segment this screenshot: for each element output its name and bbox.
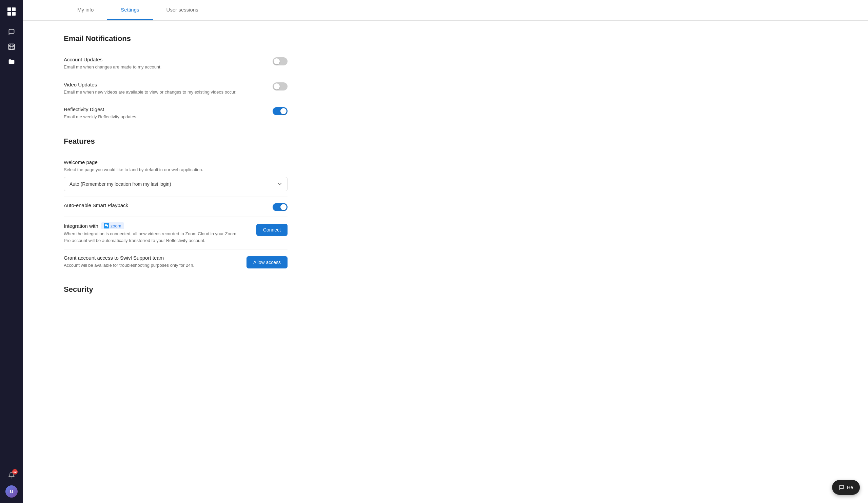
avatar[interactable]: U bbox=[6, 485, 18, 497]
sidebar-item-chat[interactable] bbox=[6, 26, 18, 38]
zoom-description: When the integration is connected, all n… bbox=[64, 230, 243, 244]
zoom-label: Integration with zoom bbox=[64, 222, 243, 229]
sidebar-item-folder[interactable] bbox=[6, 55, 18, 68]
main-content: My info Settings User sessions Email Not… bbox=[23, 0, 868, 503]
svg-marker-9 bbox=[107, 224, 108, 227]
zoom-badge: zoom bbox=[101, 222, 124, 229]
grant-access-label: Grant account access to Swivl Support te… bbox=[64, 255, 233, 261]
logo[interactable] bbox=[6, 6, 18, 18]
tab-settings[interactable]: Settings bbox=[107, 0, 153, 20]
reflectivity-digest-description: Email me weekly Reflectivity updates. bbox=[64, 114, 259, 120]
smart-playback-row: Auto-enable Smart Playback bbox=[64, 197, 288, 217]
tab-my-info[interactable]: My info bbox=[64, 0, 107, 20]
security-section: Security bbox=[64, 285, 288, 294]
account-updates-description: Email me when changes are made to my acc… bbox=[64, 64, 259, 71]
tab-user-sessions[interactable]: User sessions bbox=[153, 0, 212, 20]
allow-access-button[interactable]: Allow access bbox=[247, 256, 288, 269]
smart-playback-label: Auto-enable Smart Playback bbox=[64, 202, 259, 208]
welcome-page-row: Welcome page Select the page you would l… bbox=[64, 154, 288, 197]
svg-rect-8 bbox=[105, 224, 107, 226]
connect-button[interactable]: Connect bbox=[256, 224, 288, 236]
video-updates-description: Email me when new videos are available t… bbox=[64, 89, 259, 96]
zoom-text: zoom bbox=[111, 223, 121, 229]
reflectivity-digest-label: Reflectivity Digest bbox=[64, 106, 259, 112]
features-title: Features bbox=[64, 137, 288, 146]
tabs-bar: My info Settings User sessions bbox=[23, 0, 868, 21]
security-title: Security bbox=[64, 285, 288, 294]
email-notifications-title: Email Notifications bbox=[64, 34, 288, 43]
sidebar-item-film[interactable] bbox=[6, 41, 18, 53]
account-updates-label: Account Updates bbox=[64, 56, 259, 62]
welcome-page-label: Welcome page bbox=[64, 159, 98, 165]
help-button[interactable]: He bbox=[832, 480, 860, 495]
account-updates-row: Account Updates Email me when changes ar… bbox=[64, 51, 288, 76]
zoom-icon bbox=[104, 223, 109, 229]
settings-panel: Email Notifications Account Updates Emai… bbox=[23, 21, 328, 316]
smart-playback-toggle[interactable] bbox=[272, 203, 288, 211]
welcome-page-dropdown-wrapper: Auto (Remember my location from my last … bbox=[64, 177, 288, 191]
grant-access-description: Account will be available for troublesho… bbox=[64, 262, 233, 269]
help-label: He bbox=[847, 485, 853, 490]
sidebar: 12 U bbox=[0, 0, 23, 503]
zoom-integration-row: Integration with zoom When the integr bbox=[64, 217, 288, 250]
notification-count: 12 bbox=[12, 469, 18, 474]
account-updates-toggle[interactable] bbox=[272, 57, 288, 65]
features-section: Features Welcome page Select the page yo… bbox=[64, 137, 288, 274]
reflectivity-digest-row: Reflectivity Digest Email me weekly Refl… bbox=[64, 101, 288, 126]
welcome-page-dropdown[interactable]: Auto (Remember my location from my last … bbox=[64, 177, 288, 191]
welcome-page-description: Select the page you would like to land b… bbox=[64, 166, 203, 173]
video-updates-row: Video Updates Email me when new videos a… bbox=[64, 76, 288, 101]
video-updates-toggle[interactable] bbox=[272, 82, 288, 91]
video-updates-label: Video Updates bbox=[64, 82, 259, 87]
grant-access-row: Grant account access to Swivl Support te… bbox=[64, 250, 288, 274]
notification-bell[interactable]: 12 bbox=[6, 469, 18, 481]
reflectivity-digest-toggle[interactable] bbox=[272, 107, 288, 115]
